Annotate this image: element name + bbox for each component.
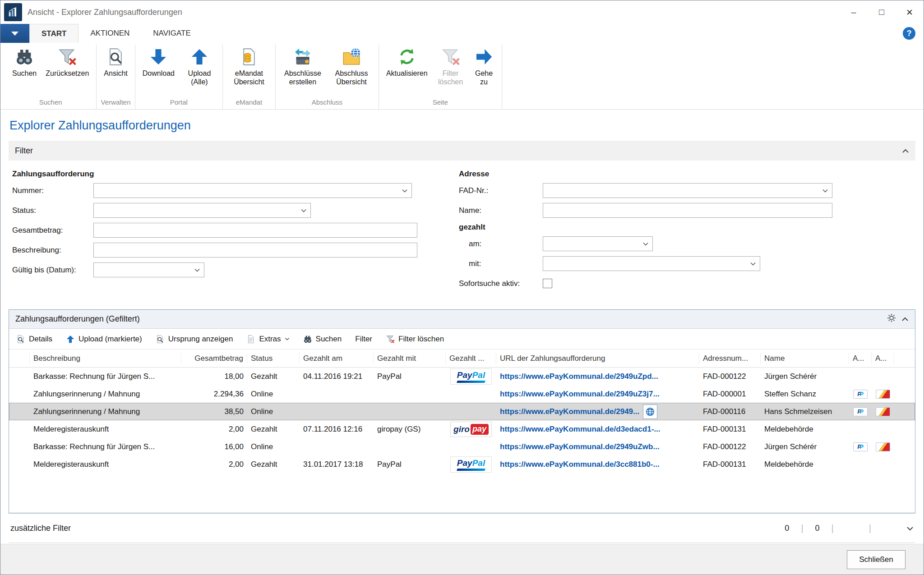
gueltig-bis-input[interactable] [94,263,190,277]
suchen-button[interactable]: Suchen [9,45,40,78]
help-icon[interactable]: ? [903,27,915,40]
column-header[interactable]: Gezahlt am [300,353,374,364]
combo-dropdown-icon[interactable] [190,263,204,277]
combo-dropdown-icon[interactable] [398,184,411,198]
nummer-input[interactable] [94,184,398,198]
table-row[interactable]: Barkasse: Rechnung für Jürgen S...18,00G… [9,368,915,385]
column-header[interactable]: A... [849,353,872,364]
grid-section-header[interactable]: Zahlungsaufforderungen (Gefiltert) [9,310,915,329]
combo-dropdown-icon[interactable] [746,257,760,271]
table-row[interactable]: Melderegisterauskunft2,00Gezahlt07.11.20… [9,420,915,438]
collapse-chevron-up-icon[interactable] [901,314,909,324]
combo-dropdown-icon[interactable] [297,203,310,217]
expand-chevron-down-icon[interactable] [906,524,914,533]
application-menu-button[interactable] [0,24,29,43]
cell-gesamtbetrag: 38,50 [181,407,247,416]
download-button[interactable]: Download [139,45,178,78]
gehe-zu-button[interactable]: Gehe zu [470,45,498,87]
chevron-down-icon [285,337,290,340]
abschluss-uebersicht-button[interactable]: Abschluss Übersicht [328,45,375,87]
payment-url-link[interactable]: https://www.ePayKommunal.de/2949uZpd... [500,372,658,381]
dialog-footer: Schließen [0,544,924,575]
ribbon-group-verwalten: Ansicht Verwalten [97,45,135,109]
grid-suchen-button[interactable]: Suchen [303,335,342,344]
cell-adressnummer: FAD-000131 [699,460,761,469]
column-header[interactable]: A... [872,353,894,364]
table-row[interactable]: Zahlungserinnerung / Mahnung2.294,36Onli… [9,385,915,403]
aktualisieren-button[interactable]: Aktualisieren [383,45,431,78]
extras-menu-button[interactable]: Extras [246,335,289,344]
customize-gear-icon[interactable] [887,313,896,325]
payment-url-link[interactable]: https://www.ePayKommunal.de/d3edacd1-... [500,425,661,434]
ribbon-group-label: Seite [383,97,498,109]
sofortsuche-checkbox[interactable] [543,279,552,288]
filter-counter: 0 [785,524,789,533]
combo-dropdown-icon[interactable] [639,237,652,251]
details-icon [16,335,25,344]
cell-adressnummer: FAD-000122 [699,372,761,381]
column-header[interactable]: URL der Zahlungsaufforderung [496,353,699,364]
tab-aktionen[interactable]: AKTIONEN [79,24,141,43]
column-fill [894,353,915,364]
table-row[interactable]: Zahlungserinnerung / Mahnung38,50Onlineh… [9,403,915,420]
beschreibung-field [93,243,417,258]
paypal-logo: PayPal [450,456,492,473]
column-header[interactable]: Gezahlt mit [374,353,446,364]
gezahlt-am-input[interactable] [543,237,639,251]
download-arrow-icon [149,47,168,66]
minimize-button[interactable]: – [840,0,868,24]
filter-loeschen-button[interactable]: Filter löschen [433,45,468,87]
tab-start[interactable]: START [29,24,79,43]
emandat-uebersicht-button[interactable]: eMandat Übersicht [226,45,272,87]
details-button[interactable]: Details [16,335,52,344]
ursprung-anzeigen-button[interactable]: Ursprung anzeigen [156,335,233,344]
cell-status: Gezahlt [247,372,300,381]
ribbon-group-portal: Download Upload (Alle) Portal [135,45,223,109]
open-url-globe-button[interactable] [643,405,657,419]
fad-nr-input[interactable] [543,184,818,198]
gezahlt-mit-input[interactable] [543,257,746,271]
beschreibung-input[interactable] [94,243,417,257]
cell-gesamtbetrag: 16,00 [181,442,247,451]
column-header[interactable]: Name [761,353,849,364]
collapse-chevron-up-icon[interactable] [902,146,909,156]
abschluesse-erstellen-button[interactable]: Abschlüsse erstellen [279,45,326,87]
page-title: Explorer Zahlungsaufforderungen [9,119,924,133]
payment-url-link[interactable]: https://www.ePayKommunal.de/2949uZwb... [500,442,660,451]
cell-gesamtbetrag: 2,00 [181,425,247,434]
zuruecksetzen-button[interactable]: Zurücksetzen [42,45,92,78]
column-header[interactable]: Adressnum... [699,353,761,364]
cell-adressnummer: FAD-000122 [699,442,761,451]
payment-url-link[interactable]: https://www.ePayKommunal.de/2949... [500,407,639,416]
table-row[interactable]: Melderegisterauskunft2,00Gezahlt31.01.20… [9,455,915,473]
filter-section-header[interactable]: Filter [9,141,915,161]
filter-delete-icon [441,47,460,66]
table-row[interactable]: Barkasse: Rechnung für Jürgen S...16,00O… [9,438,915,455]
column-header[interactable]: Beschreibung [30,353,181,364]
payment-url-link[interactable]: https://www.ePayKommunal.de/2949uZ3j7... [500,390,660,399]
gesamtbetrag-input[interactable] [94,223,417,237]
grid-filter-button[interactable]: Filter [355,335,372,344]
additional-filter-label: zusätzliche Filter [10,524,71,533]
column-header[interactable]: Gezahlt ... [446,353,496,364]
ribbon-group-abschluss: Abschlüsse erstellen Abschluss Übersicht… [276,45,379,109]
ansicht-button[interactable]: Ansicht [100,45,131,78]
tab-navigate[interactable]: NAVIGATE [141,24,202,43]
schliessen-button[interactable]: Schließen [847,550,906,569]
grid-filter-loeschen-button[interactable]: Filter löschen [386,335,444,344]
combo-dropdown-icon[interactable] [818,184,832,198]
maximize-button[interactable]: □ [868,0,896,24]
upload-alle-button[interactable]: Upload (Alle) [180,45,219,87]
column-header[interactable]: Gesamtbetrag [181,353,247,364]
upload-markierte-button[interactable]: Upload (markierte) [66,335,142,344]
cell-beschreibung: Melderegisterauskunft [30,460,181,469]
name-input[interactable] [543,203,832,217]
column-header[interactable]: Status [247,353,300,364]
payment-url-link[interactable]: https://www.ePayKommunal.de/3cc881b0-... [500,460,660,469]
cell-url: https://www.ePayKommunal.de/2949uZwb... [496,442,699,451]
status-input[interactable] [94,203,297,217]
close-icon[interactable]: ✕ [896,0,924,24]
cell-url: https://www.ePayKommunal.de/2949... [496,405,699,419]
binoculars-icon [15,47,34,66]
separator: | [869,523,871,534]
